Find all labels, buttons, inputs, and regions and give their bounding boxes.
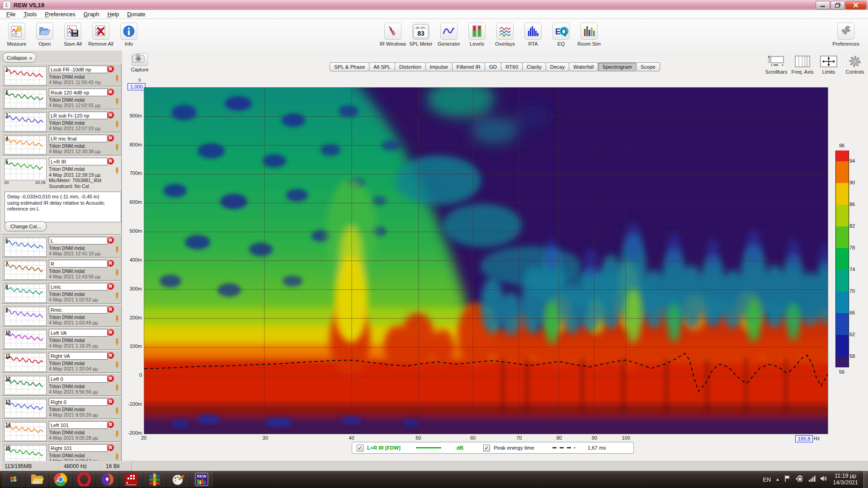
measurement-close-button[interactable] [107, 260, 114, 267]
power-icon[interactable] [796, 475, 804, 483]
measurement-name-input[interactable]: L+R IR [49, 158, 108, 165]
measurement-row-6[interactable]: 6LTriton DNM.mdat4 Μαρ 2021 12:41:10 μμ [1, 235, 122, 258]
measurement-name-input[interactable]: LR mic final [49, 135, 108, 142]
toolbar-button-generator[interactable]: Generator [435, 21, 463, 47]
measurement-row-2[interactable]: 2Rsub 120 4dB npTriton DNM.mdat4 Μαρ 202… [1, 87, 122, 109]
series2-checkbox[interactable]: ✓ [483, 445, 490, 451]
cal-pen-icon[interactable] [115, 75, 119, 84]
menu-item-help[interactable]: Help [104, 11, 123, 18]
measurement-close-button[interactable] [107, 237, 114, 244]
measurement-thumbnail[interactable]: 5 [4, 159, 47, 180]
cal-pen-icon[interactable] [115, 121, 119, 130]
measurement-close-button[interactable] [107, 306, 114, 313]
toolbar-button-open[interactable]: Open [31, 21, 59, 47]
measurement-close-button[interactable] [107, 421, 114, 428]
cal-pen-icon[interactable] [115, 385, 119, 394]
toolbar-button-measure[interactable]: Measure [3, 21, 31, 47]
measurement-close-button[interactable] [107, 135, 114, 141]
change-cal-button[interactable]: Change Cal... [5, 221, 47, 231]
tab-waterfall[interactable]: Waterfall [569, 62, 598, 71]
measurement-name-input[interactable]: Left 101 [49, 421, 108, 429]
cal-pen-icon[interactable] [115, 167, 119, 176]
measurement-thumbnail[interactable]: 13 [4, 399, 47, 418]
toolbar-button-info[interactable]: Info [115, 21, 143, 47]
measurement-close-button[interactable] [107, 444, 114, 451]
measurement-thumbnail[interactable]: 8 [4, 284, 47, 303]
toolbar-button-rta[interactable]: RTA [519, 21, 547, 47]
taskbar-app-paint[interactable] [167, 472, 189, 487]
menu-item-preferences[interactable]: Preferences [41, 11, 79, 18]
taskbar-app-redapp[interactable] [120, 472, 142, 487]
toolbar-button-overlays[interactable]: Overlays [491, 21, 519, 47]
measurement-thumbnail[interactable]: 1 [4, 66, 47, 85]
cal-pen-icon[interactable] [115, 269, 119, 278]
show-desktop-button[interactable] [863, 471, 868, 488]
measurement-thumbnail[interactable]: 12 [4, 376, 47, 395]
measurement-row-5[interactable]: 5L+R IR2020,0kTriton DNM.mdat4 Μαρ 2021 … [1, 156, 122, 235]
close-button[interactable] [845, 1, 866, 9]
tab-spl-phase[interactable]: SPL & Phase [330, 62, 369, 71]
measurement-row-14[interactable]: 14Left 101Triton DNM.mdat4 Μαρ 2021 9:05… [1, 419, 122, 442]
measurement-row-4[interactable]: 4LR mic finalTriton DNM.mdat4 Μαρ 2021 1… [1, 133, 122, 155]
measurement-row-11[interactable]: 11Right VATriton DNM.mdat4 Μαρ 2021 1:20… [1, 350, 122, 373]
measurement-name-input[interactable]: Lsub FR -10dB np [49, 66, 108, 73]
tab-rt60[interactable]: RT60 [501, 62, 523, 71]
measurement-close-button[interactable] [107, 398, 114, 405]
measurement-name-input[interactable]: Right VA [49, 352, 108, 360]
cal-pen-icon[interactable] [115, 144, 119, 153]
measurement-row-9[interactable]: 9RmicTriton DNM.mdat4 Μαρ 2021 1:03:49 μ… [1, 304, 122, 327]
toolbar-button-spl-meter[interactable]: dB SPL83SPL Meter [407, 21, 435, 47]
taskbar-app-rew[interactable]: REW [190, 472, 213, 487]
menu-item-tools[interactable]: Tools [20, 11, 40, 18]
taskbar-app-explorer[interactable] [26, 472, 48, 487]
measurement-name-input[interactable]: Rsub 120 4dB np [49, 89, 108, 96]
measurement-close-button[interactable] [107, 112, 114, 118]
measurement-row-13[interactable]: 13Right 0Triton DNM.mdat4 Μαρ 2021 9:59:… [1, 396, 122, 419]
graph-control-limits[interactable]: Limits [816, 55, 842, 75]
tab-clarity[interactable]: Clarity [522, 62, 546, 71]
toolbar-button-remove-all[interactable]: Remove All [87, 21, 115, 47]
taskbar-app-winrar[interactable] [143, 472, 166, 487]
cal-pen-icon[interactable] [115, 98, 119, 107]
measurement-name-input[interactable]: Lmic [49, 283, 108, 291]
toolbar-button-save-all[interactable]: Save All [59, 21, 87, 47]
measurement-row-8[interactable]: 8LmicTriton DNM.mdat4 Μαρ 2021 1:02:52 μ… [1, 281, 122, 304]
measurement-close-button[interactable] [107, 329, 114, 336]
menu-item-graph[interactable]: Graph [80, 11, 103, 18]
measurement-thumbnail[interactable]: 14 [4, 422, 47, 441]
measurement-thumbnail[interactable]: 3 [4, 113, 47, 131]
minimize-button[interactable] [816, 1, 830, 9]
cal-pen-icon[interactable] [115, 408, 119, 417]
measurement-row-12[interactable]: 12Left 0Triton DNM.mdat4 Μαρ 2021 9:56:5… [1, 373, 122, 396]
measurement-name-input[interactable]: LR sub Fr-120 np [49, 112, 108, 119]
measurement-thumbnail[interactable]: 11 [4, 353, 47, 372]
measurement-close-button[interactable] [107, 283, 114, 290]
measurement-thumbnail[interactable]: 9 [4, 307, 47, 326]
toolbar-button-levels[interactable]: Levels [463, 21, 491, 47]
measurement-name-input[interactable]: Rmic [49, 306, 108, 314]
measurement-close-button[interactable] [107, 158, 114, 164]
graph-control-controls[interactable]: Controls [842, 55, 868, 75]
measurement-close-button[interactable] [107, 89, 114, 95]
cal-pen-icon[interactable] [115, 431, 119, 440]
tab-distortion[interactable]: Distortion [395, 62, 426, 71]
measurement-close-button[interactable] [107, 352, 114, 359]
tab-decay[interactable]: Decay [546, 62, 570, 71]
action-center-flag-icon[interactable] [784, 475, 791, 484]
measurement-close-button[interactable] [107, 66, 114, 72]
graph-control-freq-axis[interactable]: Freq. Axis [789, 55, 816, 75]
language-indicator[interactable]: EN [763, 476, 771, 483]
measurement-name-input[interactable]: L [49, 237, 108, 244]
x-axis-max-box[interactable]: 195,8 [795, 435, 813, 442]
tab-filtered-ir[interactable]: Filtered IR [452, 62, 485, 71]
measurement-thumbnail[interactable]: 7 [4, 261, 47, 280]
y-axis-max-box[interactable]: 1,000 [127, 83, 146, 90]
taskbar-app-opera[interactable] [73, 472, 95, 487]
measurement-row-3[interactable]: 3LR sub Fr-120 npTriton DNM.mdat4 Μαρ 20… [1, 110, 122, 132]
tab-gd[interactable]: GD [485, 62, 501, 71]
measurement-name-input[interactable]: Left VA [49, 329, 108, 337]
tab-spectrogram[interactable]: Spectrogram [598, 62, 637, 71]
toolbar-button-ir-windows[interactable]: IR Windows [379, 21, 407, 47]
measurement-row-1[interactable]: 1Lsub FR -10dB npTriton DNM.mdat4 Μαρ 20… [1, 64, 122, 86]
measurement-thumbnail[interactable]: 2 [4, 89, 47, 108]
